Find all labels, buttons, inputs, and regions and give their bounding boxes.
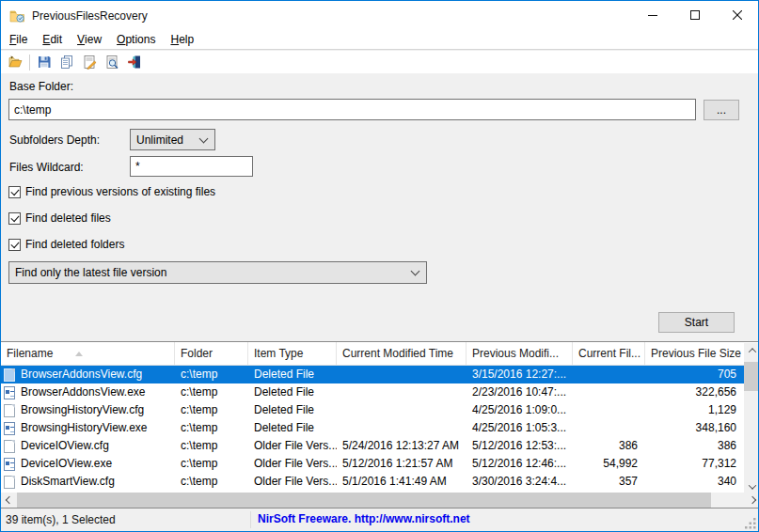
titlebar: PreviousFilesRecovery [1,1,758,30]
file-application-icon [4,386,15,399]
table-row[interactable]: BrowserAddonsView.cfg c:\temp Deleted Fi… [1,366,744,383]
statusbar: 39 item(s), 1 Selected NirSoft Freeware.… [1,509,758,531]
scroll-left-icon[interactable] [1,493,17,508]
menu-help[interactable]: Help [163,30,201,49]
previous-modified-cell: 5/12/2016 12:46:... [466,455,573,473]
previous-modified-cell: 3/15/2016 12:27:... [466,366,573,383]
file-document-icon [4,368,15,382]
checkbox-icon[interactable] [8,212,21,225]
files-wildcard-label: Files Wildcard: [9,161,84,174]
previous-modified-cell: 5/12/2016 12:53:... [466,437,573,455]
toolbar-separator [29,55,30,70]
previous-modified-cell: 2/23/2016 10:47:... [466,383,573,401]
status-item-count: 39 item(s), 1 Selected [6,513,116,526]
current-modified-cell [337,383,466,401]
version-mode-select[interactable]: Find only the latest file version [8,261,427,284]
files-table: Filename Folder Item Type Current Modifi… [1,341,759,509]
checkbox-deleted-folders[interactable]: Find deleted folders [8,237,124,252]
vertical-scrollbar-thumb[interactable] [744,362,759,391]
app-window: PreviousFilesRecovery File Edit View Opt… [0,0,759,532]
current-size-cell [573,383,645,401]
file-application-icon [4,458,15,471]
properties-icon[interactable] [78,52,101,72]
column-header-previous-size[interactable]: Previous File Size [645,342,744,365]
vertical-scrollbar[interactable] [744,343,759,494]
maximize-button[interactable] [673,1,716,29]
open-folder-icon[interactable] [4,52,26,72]
close-button[interactable] [716,1,758,29]
base-folder-input[interactable] [8,99,696,120]
current-size-cell [573,366,645,383]
column-header-folder[interactable]: Folder [175,342,248,365]
column-header-current-size[interactable]: Current Fil... [573,342,645,365]
menu-edit[interactable]: Edit [35,30,70,49]
item-type-cell: Deleted File [248,419,337,437]
folder-cell: c:\temp [175,437,248,455]
toolbar [1,51,758,73]
checkbox-icon[interactable] [8,239,21,251]
chevron-down-icon [411,267,420,276]
table-row[interactable]: DiskSmartView.cfg c:\temp Older File Ver… [1,473,744,491]
horizontal-scrollbar[interactable] [1,493,759,508]
item-type-cell: Deleted File [248,366,337,383]
menu-file[interactable]: File [2,30,35,49]
item-type-cell: Deleted File [248,401,337,419]
minimize-button[interactable] [631,1,673,29]
scroll-up-icon[interactable] [744,343,759,358]
table-body: BrowserAddonsView.cfg c:\temp Deleted Fi… [1,366,744,491]
current-modified-cell [337,401,466,419]
subfolders-depth-value: Unlimited [136,133,183,147]
table-header: Filename Folder Item Type Current Modifi… [1,342,744,366]
previous-size-cell: 1,129 [645,401,744,419]
column-header-filename[interactable]: Filename [1,342,175,365]
start-button[interactable]: Start [658,312,735,333]
previous-size-cell: 386 [645,437,744,455]
filename-cell: BrowserAddonsView.exe [21,383,146,401]
table-row[interactable]: DeviceIOView.exe c:\temp Older File Vers… [1,455,744,473]
filename-cell: DeviceIOView.exe [21,455,112,473]
column-label: Filename [7,342,53,365]
resize-grip-icon[interactable] [744,517,756,529]
copy-icon[interactable] [55,52,78,72]
window-title: PreviousFilesRecovery [32,9,148,23]
current-modified-cell: 5/1/2016 1:41:49 AM [337,473,466,491]
exit-icon[interactable] [123,52,146,72]
current-size-cell [573,401,645,419]
files-wildcard-input[interactable] [130,156,253,177]
checkbox-icon[interactable] [8,186,21,198]
current-modified-cell: 5/24/2016 12:13:27 AM [337,437,466,455]
horizontal-scrollbar-thumb[interactable] [17,493,711,508]
base-folder-label: Base Folder: [9,80,73,93]
subfolders-depth-select[interactable]: Unlimited [130,129,215,150]
checkbox-deleted-files[interactable]: Find deleted files [8,211,111,226]
column-header-current-modified[interactable]: Current Modified Time [337,342,466,365]
table-row[interactable]: BrowserAddonsView.exe c:\temp Deleted Fi… [1,383,744,401]
menu-options[interactable]: Options [109,30,163,49]
chevron-down-icon [199,134,209,144]
browse-button[interactable]: ... [704,100,739,120]
column-header-item-type[interactable]: Item Type [248,342,337,365]
file-application-icon [4,422,15,435]
sort-ascending-icon [75,352,83,356]
previous-modified-cell: 4/25/2016 1:09:0... [466,401,573,419]
current-size-cell: 54,992 [573,455,645,473]
checkbox-previous-versions[interactable]: Find previous versions of existing files [8,184,215,199]
find-icon[interactable] [101,52,123,72]
checkbox-label: Find deleted folders [25,238,124,251]
nirsoft-link[interactable]: NirSoft Freeware. http://www.nirsoft.net [258,512,470,525]
column-header-previous-modified[interactable]: Previous Modifi... [466,342,573,365]
table-row[interactable]: BrowsingHistoryView.exe c:\temp Deleted … [1,419,744,437]
folder-cell: c:\temp [175,383,248,401]
filename-cell: BrowsingHistoryView.cfg [21,401,144,419]
checkbox-label: Find previous versions of existing files [25,185,215,198]
filename-cell: BrowsingHistoryView.exe [21,419,148,437]
item-type-cell: Older File Vers... [248,437,337,455]
subfolders-depth-label: Subfolders Depth: [9,133,100,147]
checkbox-label: Find deleted files [25,211,111,225]
save-icon[interactable] [33,52,55,72]
scroll-right-icon[interactable] [744,493,759,508]
current-size-cell [573,419,645,437]
table-row[interactable]: BrowsingHistoryView.cfg c:\temp Deleted … [1,401,744,419]
menu-view[interactable]: View [70,30,109,49]
table-row[interactable]: DeviceIOView.cfg c:\temp Older File Vers… [1,437,744,455]
